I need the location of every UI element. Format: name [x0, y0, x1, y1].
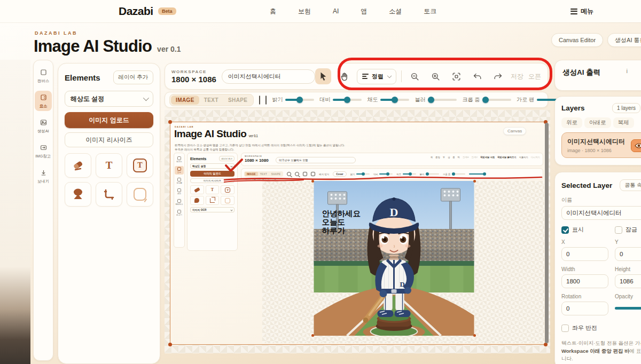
- slider-track[interactable]: [482, 99, 511, 101]
- inner-boxed-text-icon: T: [225, 187, 230, 193]
- inner-crop-icon: [210, 198, 215, 203]
- layer-down-button[interactable]: 아래로: [584, 117, 611, 128]
- slider-track[interactable]: [285, 99, 314, 101]
- slider-knob[interactable]: [344, 97, 350, 103]
- boxed-text-icon: T: [133, 159, 147, 172]
- save-button[interactable]: 저장: [511, 72, 523, 81]
- brand-logo[interactable]: Dazabi: [119, 5, 153, 18]
- zoom-out-button[interactable]: [407, 68, 423, 84]
- lock-checkbox[interactable]: 잠금: [615, 226, 637, 234]
- crop-zoom-slider[interactable]: 크롭 줌: [462, 96, 511, 104]
- undo-button[interactable]: [469, 68, 485, 84]
- y-input[interactable]: [615, 247, 641, 261]
- select-tool-button[interactable]: [315, 68, 331, 84]
- selected-image-object[interactable]: DAZABI LAB Image AI Studiover 0.1 왼쪽에서 캔…: [170, 122, 546, 345]
- nav-item-ai[interactable]: AI: [333, 7, 339, 15]
- slider-knob[interactable]: [392, 97, 398, 103]
- slider-knob[interactable]: [296, 97, 303, 103]
- layer-visibility-button[interactable]: [631, 139, 641, 152]
- slider-track[interactable]: [380, 99, 409, 101]
- common-props-badge: 공통 속성: [620, 179, 641, 191]
- tab-shape[interactable]: SHAPE: [223, 96, 252, 105]
- rail-item-canvas[interactable]: 캔버스: [35, 66, 52, 86]
- checkbox-unchecked[interactable]: [561, 325, 569, 332]
- add-layer-button[interactable]: 레이어 추가: [113, 70, 153, 84]
- checkbox-unchecked[interactable]: [615, 226, 622, 234]
- rotation-input[interactable]: [561, 302, 608, 315]
- nav-item-home[interactable]: 홈: [270, 7, 276, 16]
- canvas-editor-button[interactable]: Canvas Editor: [551, 33, 603, 47]
- slider-track[interactable]: [428, 99, 457, 101]
- avatar-icon: [71, 187, 85, 201]
- tab-image[interactable]: IMAGE: [171, 96, 199, 105]
- crop-tool[interactable]: [96, 182, 122, 207]
- frame-handle[interactable]: [168, 120, 172, 124]
- slider-track[interactable]: [333, 99, 362, 101]
- x-input[interactable]: [561, 247, 608, 261]
- visible-checkbox[interactable]: 표시: [561, 226, 584, 234]
- info-icon[interactable]: i: [627, 68, 628, 74]
- frame-handle[interactable]: [168, 343, 172, 346]
- image-upload-button[interactable]: 이미지 업로드: [65, 112, 153, 128]
- workspace-name-input[interactable]: [222, 69, 315, 84]
- rail-item-export[interactable]: 보내기: [35, 166, 52, 186]
- workspace-header: WORKSPACE 1800 × 1086 정렬 저장: [165, 63, 548, 90]
- brightness-slider[interactable]: 밝기: [272, 96, 314, 104]
- text-box-tool[interactable]: T: [127, 153, 153, 178]
- inner-rail-item: 보내기: [175, 209, 184, 217]
- rail-label: 요소: [40, 103, 48, 108]
- layer-type-tabs: IMAGE TEXT SHAPE: [169, 94, 254, 106]
- layer-duplicate-button[interactable]: 복제: [613, 117, 634, 128]
- eraser-tool[interactable]: [65, 153, 91, 178]
- slider-label: 밝기: [272, 96, 283, 104]
- resolution-select[interactable]: 해상도 설정: [65, 91, 153, 107]
- flip-vertical-icon[interactable]: [259, 96, 260, 105]
- nav-item-apps[interactable]: 앱: [361, 7, 367, 16]
- rail-item-gen-ai[interactable]: 생성AI: [35, 116, 52, 136]
- inner-text-icon: T: [211, 187, 214, 192]
- redo-button[interactable]: [490, 68, 506, 84]
- layer-name-input[interactable]: [561, 206, 641, 220]
- frame-handle[interactable]: [544, 343, 548, 346]
- redo-icon: [493, 72, 503, 82]
- opacity-slider[interactable]: [615, 307, 641, 310]
- nav-item-insurance[interactable]: 보험: [298, 7, 311, 16]
- align-label: 정렬: [372, 73, 384, 81]
- slider-knob[interactable]: [428, 97, 434, 103]
- zoom-in-button[interactable]: [427, 68, 443, 84]
- nav-item-social[interactable]: 소셜: [389, 7, 402, 16]
- align-dropdown[interactable]: 정렬: [357, 69, 396, 84]
- page-title: Image AI Studiover 0.1: [34, 37, 181, 56]
- rail-item-elements[interactable]: 요소: [35, 91, 52, 111]
- tab-text[interactable]: TEXT: [199, 96, 223, 105]
- avatar-tool[interactable]: [65, 182, 91, 207]
- vertical-scrollbar[interactable]: [545, 123, 549, 343]
- flip-horizontal-checkbox[interactable]: 좌우 반전: [561, 324, 597, 332]
- width-input[interactable]: [561, 274, 608, 288]
- shape-tool[interactable]: [127, 182, 153, 207]
- checkbox-checked[interactable]: [561, 226, 569, 234]
- inner-eraser-icon: [194, 187, 200, 192]
- layer-list-item[interactable]: 이미지선택시에디터 image · 1800 × 1086: [561, 132, 641, 158]
- height-input[interactable]: [615, 274, 641, 288]
- slider-label: 크롭 줌: [462, 96, 480, 104]
- fit-screen-icon: [451, 72, 462, 82]
- contrast-slider[interactable]: 대비: [319, 96, 362, 104]
- pan-tool-button[interactable]: [336, 68, 352, 84]
- inner-description: 왼쪽에서 캔버스·요소·생성AI 탭을 고르고, 가운데 상단 편집 바에서 선…: [175, 143, 361, 152]
- menu-button[interactable]: 메뉴: [570, 0, 593, 22]
- open-button[interactable]: 오픈: [528, 72, 541, 81]
- blur-slider[interactable]: 블러: [415, 96, 457, 104]
- text-tool[interactable]: T: [96, 153, 122, 178]
- fit-screen-button[interactable]: [448, 68, 464, 84]
- slider-knob[interactable]: [482, 97, 489, 103]
- gen-ai-merge-button[interactable]: 생성AI 통합: [607, 33, 641, 47]
- rail-item-img-storage[interactable]: IMG창고: [35, 141, 52, 161]
- canvas-area[interactable]: DAZABI LAB Image AI Studiover 0.1 왼쪽에서 캔…: [165, 110, 550, 353]
- nav-item-talk[interactable]: 토크: [424, 7, 436, 16]
- saturation-slider[interactable]: 채도: [367, 96, 409, 104]
- box-arrow-icon: [40, 144, 48, 152]
- flip-horizontal-icon[interactable]: [265, 96, 267, 105]
- layer-up-button[interactable]: 위로: [561, 117, 582, 128]
- image-resize-button[interactable]: 이미지 리사이즈: [65, 132, 153, 147]
